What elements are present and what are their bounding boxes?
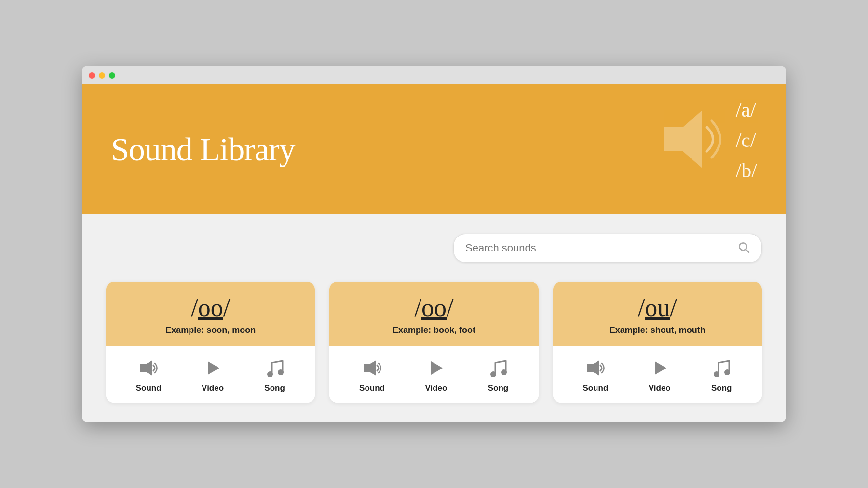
card-header-3: /ou/ Example: shout, mouth — [553, 282, 762, 346]
sound-card-3: /ou/ Example: shout, mouth — [553, 282, 762, 403]
svg-line-2 — [746, 250, 749, 252]
video-icon-2 — [425, 357, 447, 379]
close-button[interactable] — [89, 72, 95, 79]
svg-marker-14 — [593, 360, 599, 376]
svg-marker-10 — [431, 361, 443, 375]
svg-marker-9 — [369, 360, 376, 376]
song-label-1: Song — [264, 383, 285, 393]
svg-marker-13 — [587, 364, 593, 372]
video-action-3[interactable]: Video — [649, 357, 671, 393]
video-label-2: Video — [425, 383, 447, 393]
search-icon — [737, 241, 750, 255]
video-label-3: Video — [649, 383, 671, 393]
song-action-2[interactable]: Song — [488, 357, 509, 393]
phoneme-decoration: /a/ /c/ /b/ — [736, 94, 757, 186]
card-actions-2: Sound Video — [329, 346, 538, 403]
card-example-3: Example: shout, mouth — [563, 325, 752, 335]
card-phoneme-1: /oo/ — [116, 295, 305, 320]
minimize-button[interactable] — [99, 72, 105, 79]
svg-marker-4 — [146, 360, 152, 376]
card-actions-1: Sound Video — [106, 346, 315, 403]
song-action-3[interactable]: Song — [711, 357, 732, 393]
song-icon-2 — [488, 357, 509, 379]
song-label-3: Song — [711, 383, 732, 393]
sound-icon-1 — [138, 357, 159, 379]
sound-card-1: /oo/ Example: soon, moon — [106, 282, 315, 403]
browser-window: Sound Library /a/ /c/ /b/ — [82, 66, 786, 422]
search-container — [106, 234, 762, 263]
video-action-1[interactable]: Video — [202, 357, 224, 393]
svg-marker-8 — [364, 364, 369, 372]
cards-grid: /oo/ Example: soon, moon — [106, 282, 762, 403]
sound-label-2: Sound — [359, 383, 385, 393]
svg-point-17 — [724, 369, 730, 375]
svg-marker-15 — [655, 361, 666, 375]
card-phoneme-3: /ou/ — [563, 295, 752, 320]
page-title: Sound Library — [111, 131, 295, 169]
card-example-1: Example: soon, moon — [116, 325, 305, 335]
search-box[interactable] — [453, 234, 762, 263]
song-label-2: Song — [488, 383, 509, 393]
svg-point-7 — [278, 369, 284, 375]
search-input[interactable] — [465, 242, 732, 254]
card-actions-3: Sound Video — [553, 346, 762, 403]
card-header-2: /oo/ Example: book, foot — [329, 282, 538, 346]
svg-marker-5 — [208, 361, 219, 375]
maximize-button[interactable] — [109, 72, 115, 79]
svg-point-12 — [501, 369, 507, 375]
sound-action-2[interactable]: Sound — [359, 357, 385, 393]
card-phoneme-2: /oo/ — [339, 295, 529, 320]
svg-marker-3 — [140, 364, 146, 372]
sound-label-1: Sound — [136, 383, 162, 393]
sound-action-3[interactable]: Sound — [583, 357, 608, 393]
song-icon-1 — [264, 357, 285, 379]
sound-action-1[interactable]: Sound — [136, 357, 162, 393]
card-header-1: /oo/ Example: soon, moon — [106, 282, 315, 346]
header-decoration: /a/ /c/ /b/ — [649, 94, 757, 186]
sound-icon-2 — [362, 357, 383, 379]
speaker-icon — [649, 101, 726, 180]
content-area: /oo/ Example: soon, moon — [82, 214, 786, 422]
sound-card-2: /oo/ Example: book, foot — [329, 282, 538, 403]
video-icon-3 — [649, 357, 670, 379]
video-action-2[interactable]: Video — [425, 357, 447, 393]
title-bar — [82, 66, 786, 84]
svg-point-16 — [714, 371, 719, 377]
sound-icon-3 — [585, 357, 606, 379]
song-icon-3 — [711, 357, 732, 379]
video-label-1: Video — [202, 383, 224, 393]
sound-label-3: Sound — [583, 383, 608, 393]
svg-point-11 — [490, 371, 496, 377]
svg-marker-0 — [664, 110, 702, 168]
video-icon-1 — [202, 357, 223, 379]
header-banner: Sound Library /a/ /c/ /b/ — [82, 84, 786, 214]
card-example-2: Example: book, foot — [339, 325, 529, 335]
svg-point-6 — [267, 371, 273, 377]
song-action-1[interactable]: Song — [264, 357, 285, 393]
